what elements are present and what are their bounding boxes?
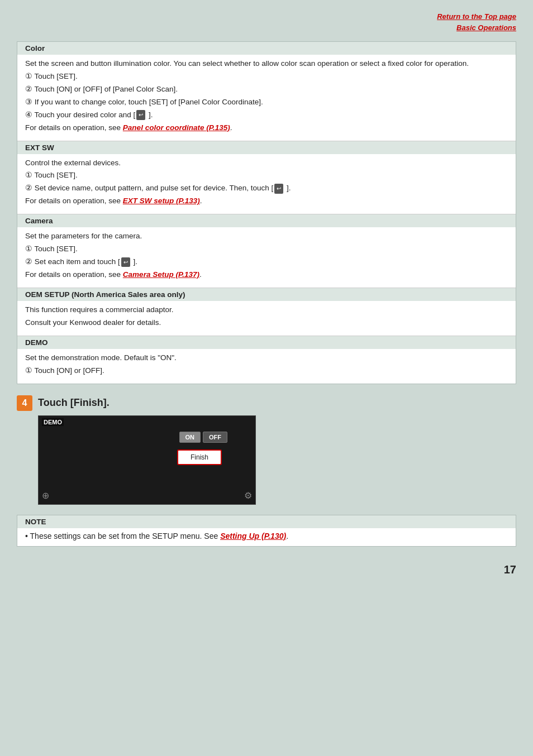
demo-screen-label: DEMO [42,418,64,426]
color-link-after: . [230,123,232,132]
color-step4: ④ Touch your desired color and [↩ ]. [25,109,508,121]
oem-section-header: OEM SETUP (North America Sales area only… [17,288,516,301]
color-desc: Set the screen and button illumination c… [25,58,508,70]
extsw-step2: ② Set device name, output pattern, and p… [25,183,508,194]
camera-link-after: . [199,270,202,279]
color-section-header: Color [17,42,516,55]
demo-desc: Set the demonstration mode. Default is "… [25,352,508,364]
demo-section-header: DEMO [17,336,516,349]
camera-link[interactable]: Camera Setup (P.137) [123,270,199,279]
step4-header: 4 Touch [Finish]. [17,395,516,411]
camera-section: Camera Set the parameters for the camera… [17,214,516,288]
extsw-link-after: . [200,197,202,205]
extsw-section: EXT SW Control the external devices. ① T… [17,141,516,215]
page-number: 17 [17,563,516,576]
color-link[interactable]: Panel color coordinate (P.135) [123,123,230,132]
main-content-box: Color Set the screen and button illumina… [17,41,516,384]
extsw-link[interactable]: EXT SW setup (P.133) [123,197,200,205]
color-section: Color Set the screen and button illumina… [17,42,516,141]
basic-ops-link[interactable]: Basic Operations [17,22,516,34]
note-link-after: . [286,532,288,540]
demo-section: DEMO Set the demonstration mode. Default… [17,336,516,384]
note-section: NOTE • These settings can be set from th… [17,515,516,547]
color-step3: ③ If you want to change color, touch [SE… [25,97,508,108]
oem-line1: This function requires a commercial adap… [25,304,508,316]
camera-details: For details on operation, see Camera Set… [25,269,508,281]
oem-line2: Consult your Kenwood dealer for details. [25,317,508,329]
note-text: • These settings can be set from the SET… [25,532,508,540]
extsw-step1: ① Touch [SET]. [25,170,508,181]
color-step1: ① Touch [SET]. [25,71,508,83]
note-text-prefix: • These settings can be set from the SET… [25,532,220,540]
demo-finish-btn[interactable]: Finish [177,449,222,465]
back-icon-extsw: ↩ [274,184,283,194]
extsw-details: For details on operation, see EXT SW set… [25,195,508,207]
note-link[interactable]: Setting Up (P.130) [220,532,286,540]
step4-title: Touch [Finish]. [38,397,110,409]
step4-section: 4 Touch [Finish]. DEMO ON OFF Finish ⊕ ⚙ [17,395,516,505]
oem-section: OEM SETUP (North America Sales area only… [17,288,516,336]
demo-off-btn[interactable]: OFF [203,432,227,443]
demo-step1: ① Touch [ON] or [OFF]. [25,365,508,377]
demo-bottom-right-icon: ⚙ [244,490,252,501]
step-number: 4 [17,395,32,411]
extsw-desc: Control the external devices. [25,157,508,169]
color-details: For details on operation, see Panel colo… [25,122,508,134]
top-navigation: Return to the Top page Basic Operations [17,11,516,33]
back-icon-color: ↩ [136,110,145,120]
camera-step1: ① Touch [SET]. [25,243,508,255]
extsw-section-header: EXT SW [17,141,516,154]
demo-screen-image: DEMO ON OFF Finish ⊕ ⚙ [38,415,256,505]
camera-step2: ② Set each item and touch [↩ ]. [25,256,508,268]
back-icon-camera: ↩ [121,257,130,267]
demo-bottom-left-icon: ⊕ [42,490,49,501]
note-header: NOTE [17,515,516,528]
camera-section-header: Camera [17,214,516,227]
return-top-link[interactable]: Return to the Top page [17,11,516,22]
demo-on-btn[interactable]: ON [179,432,201,443]
demo-on-off-row: ON OFF [179,432,228,443]
camera-desc: Set the parameters for the camera. [25,231,508,242]
color-step2: ② Touch [ON] or [OFF] of [Panel Color Sc… [25,84,508,95]
